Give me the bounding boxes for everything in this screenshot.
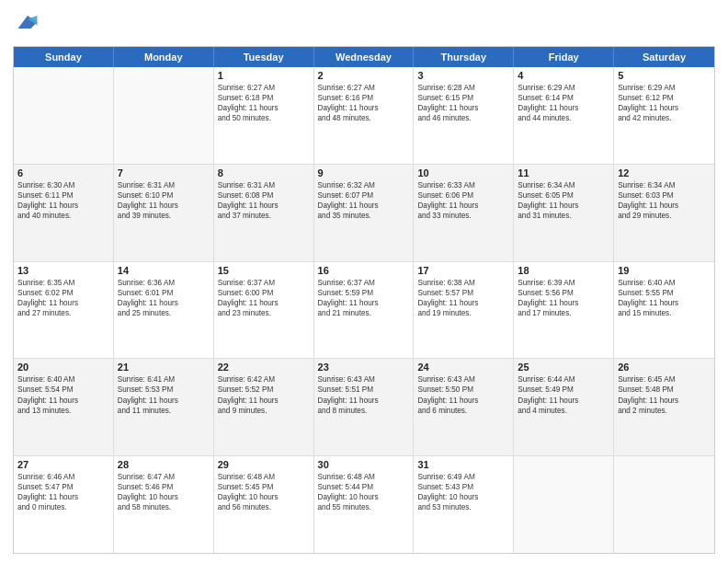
cell-line: and 19 minutes. bbox=[417, 308, 509, 318]
calendar-header: SundayMondayTuesdayWednesdayThursdayFrid… bbox=[14, 47, 714, 67]
cell-line: Sunrise: 6:41 AM bbox=[118, 374, 210, 385]
calendar-cell: 26Sunrise: 6:45 AMSunset: 5:48 PMDayligh… bbox=[614, 359, 714, 455]
calendar-row-1: 1Sunrise: 6:27 AMSunset: 6:18 PMDaylight… bbox=[14, 67, 714, 164]
calendar-cell: 10Sunrise: 6:33 AMSunset: 6:06 PMDayligh… bbox=[414, 165, 514, 261]
cell-line: Sunset: 6:03 PM bbox=[618, 190, 711, 201]
cell-line: Sunrise: 6:35 AM bbox=[17, 278, 109, 288]
day-number: 7 bbox=[118, 167, 210, 178]
cell-line: Sunrise: 6:37 AM bbox=[218, 278, 310, 288]
day-number: 15 bbox=[218, 265, 310, 276]
cell-line: Sunrise: 6:39 AM bbox=[518, 278, 609, 288]
cell-line: and 56 minutes. bbox=[218, 502, 310, 512]
cell-line: and 15 minutes. bbox=[618, 308, 711, 318]
cell-line: and 6 minutes. bbox=[417, 406, 509, 416]
weekday-header-monday: Monday bbox=[114, 47, 214, 67]
calendar-cell: 12Sunrise: 6:34 AMSunset: 6:03 PMDayligh… bbox=[614, 165, 714, 261]
cell-line: Sunset: 6:12 PM bbox=[618, 93, 711, 103]
cell-line: Sunrise: 6:34 AM bbox=[618, 180, 711, 190]
day-number: 26 bbox=[618, 362, 711, 373]
cell-line: Daylight: 11 hours bbox=[618, 298, 711, 308]
calendar-cell: 18Sunrise: 6:39 AMSunset: 5:56 PMDayligh… bbox=[514, 262, 614, 359]
calendar-cell: 23Sunrise: 6:43 AMSunset: 5:51 PMDayligh… bbox=[314, 359, 415, 455]
cell-line: Sunset: 6:06 PM bbox=[417, 190, 509, 201]
day-number: 3 bbox=[417, 70, 509, 81]
day-number: 13 bbox=[17, 265, 109, 276]
cell-line: Daylight: 11 hours bbox=[218, 298, 310, 308]
cell-line: Sunrise: 6:44 AM bbox=[518, 374, 609, 385]
cell-line: Sunrise: 6:37 AM bbox=[318, 278, 410, 288]
day-number: 12 bbox=[618, 167, 711, 178]
calendar-cell: 8Sunrise: 6:31 AMSunset: 6:08 PMDaylight… bbox=[214, 165, 314, 261]
cell-line: Sunrise: 6:49 AM bbox=[417, 472, 509, 482]
day-number: 19 bbox=[618, 265, 711, 276]
weekday-header-sunday: Sunday bbox=[14, 47, 114, 67]
cell-line: Daylight: 11 hours bbox=[618, 201, 711, 211]
calendar-cell: 16Sunrise: 6:37 AMSunset: 5:59 PMDayligh… bbox=[314, 262, 415, 359]
cell-line: and 9 minutes. bbox=[218, 406, 310, 416]
cell-line: Sunrise: 6:27 AM bbox=[318, 83, 410, 93]
cell-line: and 8 minutes. bbox=[318, 406, 410, 416]
cell-line: Daylight: 11 hours bbox=[618, 396, 711, 406]
cell-line: and 46 minutes. bbox=[417, 113, 509, 123]
cell-line: Sunrise: 6:40 AM bbox=[618, 278, 711, 288]
cell-line: and 31 minutes. bbox=[518, 211, 609, 221]
day-number: 10 bbox=[417, 167, 509, 178]
cell-line: Sunset: 5:46 PM bbox=[118, 482, 210, 492]
cell-line: Daylight: 11 hours bbox=[318, 396, 410, 406]
day-number: 16 bbox=[318, 265, 410, 276]
cell-line: Sunset: 5:56 PM bbox=[518, 288, 609, 298]
calendar-cell: 11Sunrise: 6:34 AMSunset: 6:05 PMDayligh… bbox=[514, 165, 614, 261]
cell-line: Sunset: 5:50 PM bbox=[417, 385, 509, 395]
cell-line: and 50 minutes. bbox=[218, 113, 310, 123]
cell-line: Sunset: 6:11 PM bbox=[17, 190, 109, 201]
cell-line: Sunset: 5:47 PM bbox=[17, 482, 109, 492]
weekday-header-thursday: Thursday bbox=[414, 47, 514, 67]
page: SundayMondayTuesdayWednesdayThursdayFrid… bbox=[0, 0, 728, 563]
day-number: 6 bbox=[17, 167, 109, 178]
cell-line: Daylight: 10 hours bbox=[218, 492, 310, 502]
cell-line: Sunset: 6:16 PM bbox=[318, 93, 410, 103]
calendar-row-4: 20Sunrise: 6:40 AMSunset: 5:54 PMDayligh… bbox=[14, 358, 714, 455]
cell-line: Sunset: 5:55 PM bbox=[618, 288, 711, 298]
calendar-cell: 24Sunrise: 6:43 AMSunset: 5:50 PMDayligh… bbox=[414, 359, 514, 455]
cell-line: and 25 minutes. bbox=[118, 308, 210, 318]
cell-line: Daylight: 11 hours bbox=[618, 103, 711, 113]
cell-line: Daylight: 11 hours bbox=[218, 103, 310, 113]
day-number: 4 bbox=[518, 70, 609, 81]
cell-line: and 44 minutes. bbox=[518, 113, 609, 123]
cell-line: and 39 minutes. bbox=[118, 211, 210, 221]
cell-line: Sunrise: 6:29 AM bbox=[518, 83, 609, 93]
cell-line: and 17 minutes. bbox=[518, 308, 609, 318]
cell-line: Daylight: 11 hours bbox=[518, 103, 609, 113]
cell-line: and 23 minutes. bbox=[218, 308, 310, 318]
cell-line: Daylight: 11 hours bbox=[218, 396, 310, 406]
day-number: 20 bbox=[17, 362, 109, 373]
day-number: 30 bbox=[318, 459, 410, 470]
cell-line: Daylight: 10 hours bbox=[318, 492, 410, 502]
cell-line: Daylight: 11 hours bbox=[518, 201, 609, 211]
cell-line: Sunrise: 6:48 AM bbox=[318, 472, 410, 482]
cell-line: Sunrise: 6:27 AM bbox=[218, 83, 310, 93]
calendar-cell: 31Sunrise: 6:49 AMSunset: 5:43 PMDayligh… bbox=[414, 456, 514, 553]
cell-line: Sunset: 6:02 PM bbox=[17, 288, 109, 298]
cell-line: and 11 minutes. bbox=[118, 406, 210, 416]
calendar-body: 1Sunrise: 6:27 AMSunset: 6:18 PMDaylight… bbox=[14, 67, 714, 553]
cell-line: Sunset: 5:53 PM bbox=[118, 385, 210, 395]
day-number: 9 bbox=[318, 167, 410, 178]
calendar-cell: 22Sunrise: 6:42 AMSunset: 5:52 PMDayligh… bbox=[214, 359, 314, 455]
weekday-header-saturday: Saturday bbox=[614, 47, 714, 67]
cell-line: and 35 minutes. bbox=[318, 211, 410, 221]
day-number: 1 bbox=[218, 70, 310, 81]
day-number: 5 bbox=[618, 70, 711, 81]
cell-line: Daylight: 11 hours bbox=[417, 201, 509, 211]
cell-line: Sunrise: 6:31 AM bbox=[118, 180, 210, 190]
calendar-cell: 15Sunrise: 6:37 AMSunset: 6:00 PMDayligh… bbox=[214, 262, 314, 359]
cell-line: Daylight: 11 hours bbox=[518, 396, 609, 406]
cell-line: and 2 minutes. bbox=[618, 406, 711, 416]
cell-line: Sunset: 5:44 PM bbox=[318, 482, 410, 492]
cell-line: Sunset: 5:59 PM bbox=[318, 288, 410, 298]
cell-line: and 37 minutes. bbox=[218, 211, 310, 221]
calendar: SundayMondayTuesdayWednesdayThursdayFrid… bbox=[13, 46, 715, 554]
calendar-cell: 5Sunrise: 6:29 AMSunset: 6:12 PMDaylight… bbox=[614, 67, 714, 164]
cell-line: Sunset: 5:51 PM bbox=[318, 385, 410, 395]
